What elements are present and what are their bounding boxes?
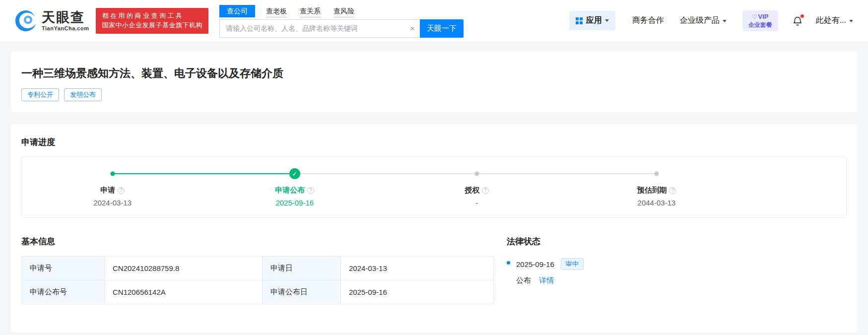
step-dot	[654, 172, 659, 176]
brand-name: 天眼查	[42, 10, 89, 25]
tag-patent-public: 专利公开	[21, 88, 59, 101]
status-event: 公布	[516, 276, 531, 284]
vip-label: VIP	[758, 13, 769, 20]
vip-plan-label: 企业套餐	[748, 21, 772, 29]
section-title-legal-status: 法律状态	[507, 236, 847, 247]
info-label: 申请公布日	[263, 280, 341, 304]
info-value: CN120656142A	[105, 280, 263, 304]
timeline-segment	[295, 173, 477, 174]
status-bullet-icon	[507, 261, 510, 265]
info-value: 2025-09-16	[341, 280, 494, 304]
info-value: CN202410288759.8	[105, 257, 263, 280]
search-tabs: 查公司 查老板 查关系 查风险	[219, 4, 464, 17]
legal-status-section: 法律状态 2025-09-16 审中 公布 详情	[507, 236, 847, 304]
slogan-line2: 国家中小企业发展子基金旗下机构	[102, 21, 202, 30]
brand-domain: TianYanCha.com	[42, 25, 89, 31]
timeline-step: 申请公布? 2025-09-16	[240, 186, 349, 207]
chevron-down-icon	[605, 19, 609, 22]
basic-info-section: 基本信息 申请号 CN202410288759.8 申请日 2024-03-13…	[21, 236, 494, 304]
step-dot	[110, 172, 115, 176]
clear-icon[interactable]: ×	[410, 24, 415, 33]
timeline-step: 授权? -	[422, 186, 532, 207]
more-menu[interactable]: 此处有...	[816, 15, 853, 26]
step-date: 2044-03-13	[602, 199, 711, 207]
info-label: 申请号	[22, 257, 105, 280]
notification-dot	[801, 14, 804, 18]
section-title-basic-info: 基本信息	[21, 236, 494, 247]
slogan-line1: 都在用的商业查询工具	[102, 11, 202, 21]
help-icon[interactable]: ?	[669, 187, 676, 194]
status-date: 2025-09-16	[516, 260, 554, 268]
patent-title: 一种三维场景感知方法、装置、电子设备以及存储介质	[21, 66, 847, 81]
timeline-step: 申请? 2024-03-13	[58, 186, 167, 207]
enterprise-products-link[interactable]: 企业级产品	[680, 15, 727, 26]
main-content: 一种三维场景感知方法、装置、电子设备以及存储介质 专利公开 发明公布 申请进度 …	[0, 42, 868, 333]
chevron-down-icon	[723, 20, 727, 22]
check-icon: ✓	[289, 168, 300, 179]
step-date: 2024-03-13	[58, 199, 167, 207]
business-cooperation-link[interactable]: 商务合作	[632, 15, 664, 26]
timeline-segment	[477, 173, 657, 174]
more-menu-label: 此处有...	[816, 16, 846, 24]
basic-info-table: 申请号 CN202410288759.8 申请日 2024-03-13 申请公布…	[21, 256, 494, 304]
step-date: -	[422, 199, 532, 207]
help-icon[interactable]: ?	[118, 187, 125, 194]
search-area: 查公司 查老板 查关系 查风险 × 天眼一下	[219, 4, 464, 38]
apps-label: 应用	[586, 15, 602, 26]
tianyancha-logo[interactable]: 天眼查 TianYanCha.com	[14, 9, 89, 33]
table-row: 申请号 CN202410288759.8 申请日 2024-03-13	[22, 257, 494, 280]
search-tab-risk[interactable]: 查风险	[334, 7, 354, 17]
detail-link[interactable]: 详情	[539, 276, 554, 284]
grid-icon	[576, 17, 583, 24]
section-title-application-progress: 申请进度	[21, 136, 847, 148]
search-tab-relation[interactable]: 查关系	[300, 7, 321, 17]
tag-invention-publication: 发明公布	[64, 88, 102, 101]
timeline-segment	[113, 173, 295, 174]
enterprise-products-label: 企业级产品	[680, 16, 720, 24]
timeline-step: 预估到期? 2044-03-13	[602, 186, 711, 207]
tianyancha-logo-icon	[14, 9, 38, 33]
apps-button[interactable]: 应用	[569, 11, 615, 30]
step-date: 2025-09-16	[240, 199, 349, 207]
application-progress-timeline: ✓ 申请? 2024-03-13 申请公布? 2025-09-16 授权? - …	[21, 156, 847, 218]
list-item: 2025-09-16 审中 公布 详情	[507, 258, 847, 285]
search-tab-company[interactable]: 查公司	[219, 5, 255, 17]
info-value: 2024-03-13	[341, 257, 494, 280]
heart-icon: ♡	[752, 13, 757, 20]
vip-badge[interactable]: ♡VIP 企业套餐	[742, 10, 778, 31]
table-row: 申请公布号 CN120656142A 申请公布日 2025-09-16	[22, 280, 494, 304]
info-label: 申请日	[263, 257, 341, 280]
help-icon[interactable]: ?	[307, 187, 314, 194]
top-header: 天眼查 TianYanCha.com 都在用的商业查询工具 国家中小企业发展子基…	[0, 0, 868, 42]
search-tab-boss[interactable]: 查老板	[266, 7, 287, 17]
chevron-down-icon	[849, 20, 853, 22]
info-label: 申请公布号	[22, 280, 105, 304]
notification-bell-icon[interactable]	[792, 15, 803, 26]
patent-detail-card: 申请进度 ✓ 申请? 2024-03-13 申请公布? 2025-09-16 授…	[11, 124, 857, 333]
status-badge: 审中	[561, 258, 584, 270]
search-button[interactable]: 天眼一下	[420, 19, 464, 38]
help-icon[interactable]: ?	[482, 187, 489, 194]
patent-header-card: 一种三维场景感知方法、装置、电子设备以及存储介质 专利公开 发明公布	[11, 52, 857, 112]
step-dot	[474, 172, 479, 176]
search-input[interactable]	[219, 19, 420, 38]
slogan-badge: 都在用的商业查询工具 国家中小企业发展子基金旗下机构	[96, 8, 208, 34]
